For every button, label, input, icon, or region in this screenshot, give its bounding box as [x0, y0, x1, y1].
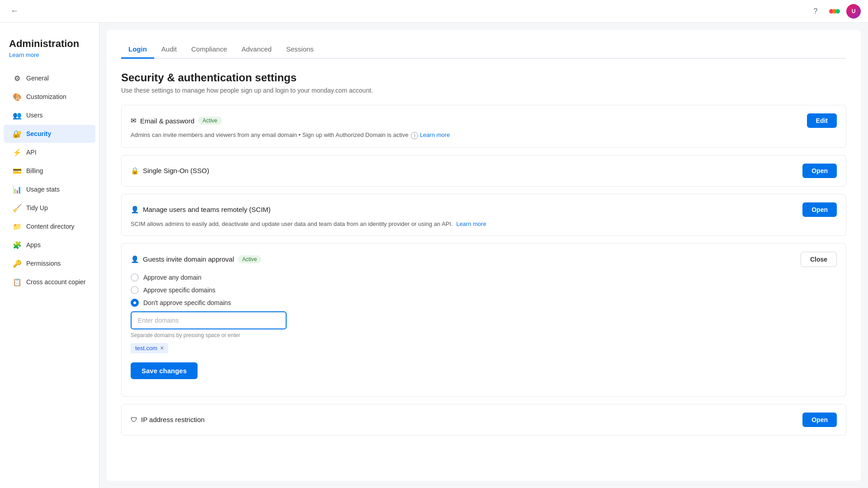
- sidebar-item-usage-stats[interactable]: 📊 Usage stats: [4, 180, 95, 198]
- tab-login[interactable]: Login: [121, 41, 154, 59]
- sso-header: 🔒 Single Sign-On (SSO) Open: [131, 164, 837, 178]
- scim-label: Manage users and teams remotely (SCIM): [143, 206, 271, 213]
- sidebar-label-usage-stats: Usage stats: [26, 186, 60, 193]
- radio-approve-any[interactable]: Approve any domain: [131, 273, 837, 282]
- sidebar-item-apps[interactable]: 🧩 Apps: [4, 236, 95, 254]
- tab-compliance[interactable]: Compliance: [184, 41, 234, 59]
- api-icon: ⚡: [13, 148, 22, 157]
- scim-header: 👤 Manage users and teams remotely (SCIM)…: [131, 202, 837, 217]
- main-content: Login Audit Compliance Advanced Sessions…: [99, 0, 868, 488]
- scim-card: 👤 Manage users and teams remotely (SCIM)…: [121, 194, 846, 236]
- content-area: Login Audit Compliance Advanced Sessions…: [107, 30, 861, 481]
- page-subtitle: Use these settings to manage how people …: [121, 87, 846, 94]
- sidebar-label-content-directory: Content directory: [26, 223, 75, 230]
- domain-input-container: Separate domains by pressing space or en…: [131, 311, 837, 353]
- edit-button[interactable]: Edit: [807, 113, 837, 128]
- sidebar-learn-more[interactable]: Learn more: [9, 52, 90, 58]
- lock-icon: 🔒: [131, 167, 139, 175]
- guests-invite-header: 👤 Guests invite domain approval Active C…: [131, 252, 837, 267]
- radio-circle-dont-approve: [131, 299, 139, 307]
- sidebar-label-billing: Billing: [26, 167, 43, 174]
- sidebar-label-users: Users: [26, 112, 43, 119]
- topbar-right: ? U: [808, 4, 861, 19]
- radio-label-approve-any: Approve any domain: [143, 274, 201, 281]
- email-icon: ✉: [131, 117, 137, 125]
- avatar[interactable]: U: [846, 4, 861, 19]
- save-changes-button[interactable]: Save changes: [131, 362, 198, 379]
- sidebar-item-security[interactable]: 🔐 Security: [4, 125, 95, 143]
- page-title: Security & authentication settings: [121, 71, 846, 84]
- email-password-card: ✉ Email & password Active Edit Admins ca…: [121, 105, 846, 148]
- sidebar-label-customization: Customization: [26, 93, 66, 100]
- content-directory-icon: 📁: [13, 222, 22, 231]
- sso-title: 🔒 Single Sign-On (SSO): [131, 167, 209, 175]
- sidebar-item-permissions[interactable]: 🔑 Permissions: [4, 254, 95, 272]
- radio-circle-approve-specific: [131, 286, 139, 294]
- domain-tag-test-com: test.com ×: [131, 343, 168, 353]
- ip-restriction-card: 🛡 IP address restriction Open: [121, 404, 846, 436]
- radio-group: Approve any domain Approve specific doma…: [131, 273, 837, 307]
- radio-label-dont-approve: Don't approve specific domains: [143, 299, 231, 306]
- tab-audit[interactable]: Audit: [154, 41, 184, 59]
- tab-advanced[interactable]: Advanced: [234, 41, 279, 59]
- sidebar-header: Administration Learn more: [0, 27, 99, 62]
- email-password-description: Admins can invite members and viewers fr…: [131, 131, 837, 139]
- guests-person-icon: 👤: [131, 255, 139, 263]
- general-icon: ⚙: [13, 74, 22, 83]
- info-icon[interactable]: i: [411, 132, 418, 139]
- sso-label: Single Sign-On (SSO): [143, 167, 209, 174]
- sidebar-nav: ⚙ General 🎨 Customization 👥 Users 🔐 Secu…: [0, 69, 99, 291]
- sidebar-label-apps: Apps: [26, 241, 41, 249]
- radio-approve-specific[interactable]: Approve specific domains: [131, 286, 837, 294]
- sidebar-item-billing[interactable]: 💳 Billing: [4, 162, 95, 180]
- billing-icon: 💳: [13, 166, 22, 175]
- tab-sessions[interactable]: Sessions: [279, 41, 321, 59]
- help-button[interactable]: ?: [808, 4, 823, 19]
- guests-invite-badge: Active: [238, 255, 262, 263]
- sidebar-item-customization[interactable]: 🎨 Customization: [4, 88, 95, 106]
- email-password-header: ✉ Email & password Active Edit: [131, 113, 837, 128]
- tag-list: test.com ×: [131, 343, 837, 353]
- learn-more-link[interactable]: Learn more: [420, 131, 450, 138]
- radio-circle-approve-any: [131, 273, 139, 282]
- ip-restriction-label: IP address restriction: [141, 416, 205, 423]
- sidebar-label-general: General: [26, 75, 49, 82]
- topbar-left: ←: [7, 4, 22, 19]
- email-password-label: Email & password: [140, 117, 194, 125]
- topbar: ← ? U: [0, 0, 868, 23]
- sidebar-item-api[interactable]: ⚡ API: [4, 143, 95, 161]
- sidebar-label-security: Security: [26, 130, 51, 137]
- permissions-icon: 🔑: [13, 259, 22, 268]
- sidebar-label-api: API: [26, 149, 37, 156]
- cross-account-icon: 📋: [13, 277, 22, 286]
- scim-title: 👤 Manage users and teams remotely (SCIM): [131, 206, 271, 214]
- ip-restriction-open-button[interactable]: Open: [802, 413, 837, 427]
- save-btn-row: Save changes: [131, 362, 837, 379]
- scim-desc-text: SCIM allows admins to easily add, deacti…: [131, 221, 453, 227]
- scim-description: SCIM allows admins to easily add, deacti…: [131, 221, 837, 227]
- sidebar-label-cross-account: Cross account copier: [26, 278, 86, 286]
- sidebar-item-users[interactable]: 👥 Users: [4, 106, 95, 124]
- guests-invite-close-button[interactable]: Close: [801, 252, 837, 267]
- sidebar-item-tidy-up[interactable]: 🧹 Tidy Up: [4, 199, 95, 217]
- scim-open-button[interactable]: Open: [802, 202, 837, 217]
- domain-hint: Separate domains by pressing space or en…: [131, 332, 837, 338]
- customization-icon: 🎨: [13, 92, 22, 101]
- users-icon: 👥: [13, 111, 22, 120]
- domain-input[interactable]: [131, 311, 287, 329]
- sidebar: Administration Learn more ⚙ General 🎨 Cu…: [0, 0, 99, 488]
- tag-remove-button[interactable]: ×: [160, 345, 164, 351]
- sso-open-button[interactable]: Open: [802, 164, 837, 178]
- sso-card: 🔒 Single Sign-On (SSO) Open: [121, 155, 846, 187]
- back-button[interactable]: ←: [7, 4, 22, 19]
- tag-value: test.com: [135, 345, 157, 352]
- ip-restriction-header: 🛡 IP address restriction Open: [131, 413, 837, 427]
- sidebar-item-content-directory[interactable]: 📁 Content directory: [4, 217, 95, 235]
- brand-logo: [828, 5, 841, 18]
- guests-invite-card: 👤 Guests invite domain approval Active C…: [121, 243, 846, 397]
- radio-dont-approve-specific[interactable]: Don't approve specific domains: [131, 299, 837, 307]
- svg-point-2: [835, 9, 840, 14]
- sidebar-item-cross-account[interactable]: 📋 Cross account copier: [4, 273, 95, 291]
- scim-learn-more[interactable]: Learn more: [456, 221, 486, 227]
- sidebar-item-general[interactable]: ⚙ General: [4, 69, 95, 87]
